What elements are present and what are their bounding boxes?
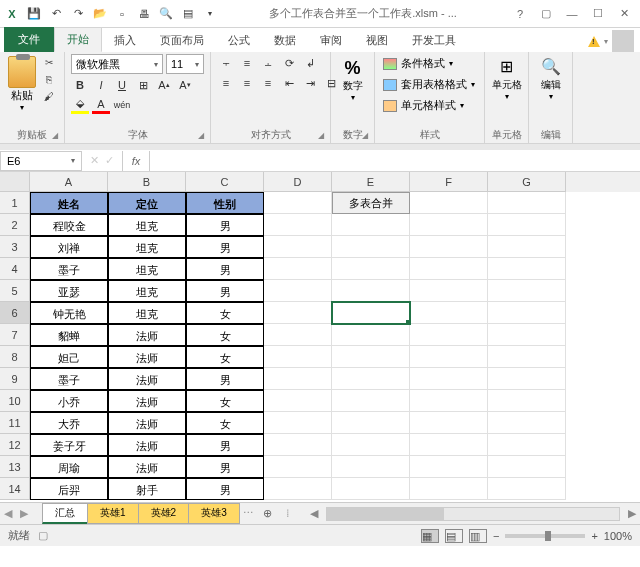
row-header-2[interactable]: 2 <box>0 214 30 236</box>
cell-C14[interactable]: 男 <box>186 478 264 500</box>
align-left-button[interactable]: ≡ <box>217 74 235 92</box>
add-sheet-button[interactable]: ⊕ <box>258 507 278 520</box>
cell-G7[interactable] <box>488 324 566 346</box>
cell-C11[interactable]: 女 <box>186 412 264 434</box>
row-header-4[interactable]: 4 <box>0 258 30 280</box>
row-header-14[interactable]: 14 <box>0 478 30 500</box>
sheet-tab-0[interactable]: 汇总 <box>42 503 88 524</box>
cell-D2[interactable] <box>264 214 332 236</box>
sheet-nav-next-icon[interactable]: ▶ <box>20 507 34 521</box>
cell-B12[interactable]: 法师 <box>108 434 186 456</box>
cell-G10[interactable] <box>488 390 566 412</box>
row-header-12[interactable]: 12 <box>0 434 30 456</box>
row-header-8[interactable]: 8 <box>0 346 30 368</box>
cell-G5[interactable] <box>488 280 566 302</box>
cell-A2[interactable]: 程咬金 <box>30 214 108 236</box>
save-icon[interactable]: 💾 <box>26 6 42 22</box>
horizontal-scrollbar[interactable] <box>326 507 620 521</box>
cell-B8[interactable]: 法师 <box>108 346 186 368</box>
align-right-button[interactable]: ≡ <box>259 74 277 92</box>
cell-A8[interactable]: 妲己 <box>30 346 108 368</box>
cell-E14[interactable] <box>332 478 410 500</box>
cell-B5[interactable]: 坦克 <box>108 280 186 302</box>
cell-B7[interactable]: 法师 <box>108 324 186 346</box>
row-header-9[interactable]: 9 <box>0 368 30 390</box>
align-bottom-button[interactable]: ⫠ <box>259 54 277 72</box>
cell-F4[interactable] <box>410 258 488 280</box>
cell-E11[interactable] <box>332 412 410 434</box>
fx-icon[interactable]: fx <box>122 151 150 171</box>
cell-D10[interactable] <box>264 390 332 412</box>
cell-F14[interactable] <box>410 478 488 500</box>
cell-A12[interactable]: 姜子牙 <box>30 434 108 456</box>
orientation-button[interactable]: ⟳ <box>280 54 298 72</box>
number-format-button[interactable]: % 数字 ▾ <box>337 54 368 106</box>
cell-B10[interactable]: 法师 <box>108 390 186 412</box>
cell-A5[interactable]: 亚瑟 <box>30 280 108 302</box>
cell-C10[interactable]: 女 <box>186 390 264 412</box>
tab-review[interactable]: 审阅 <box>308 29 354 52</box>
zoom-level[interactable]: 100% <box>604 530 632 542</box>
chevron-down-icon[interactable]: ▾ <box>505 92 509 101</box>
cell-E9[interactable] <box>332 368 410 390</box>
cell-E3[interactable] <box>332 236 410 258</box>
font-name-combo[interactable]: 微软雅黑▾ <box>71 54 163 74</box>
cell-F11[interactable] <box>410 412 488 434</box>
cell-G1[interactable] <box>488 192 566 214</box>
font-color-button[interactable]: A <box>92 96 110 114</box>
tab-insert[interactable]: 插入 <box>102 29 148 52</box>
cell-F3[interactable] <box>410 236 488 258</box>
row-header-10[interactable]: 10 <box>0 390 30 412</box>
tab-file[interactable]: 文件 <box>4 27 54 52</box>
tab-home[interactable]: 开始 <box>54 27 102 52</box>
tab-formula[interactable]: 公式 <box>216 29 262 52</box>
cell-E8[interactable] <box>332 346 410 368</box>
cells-icon[interactable]: ⊞ <box>495 54 519 78</box>
cell-C1[interactable]: 性别 <box>186 192 264 214</box>
row-header-5[interactable]: 5 <box>0 280 30 302</box>
cell-D3[interactable] <box>264 236 332 258</box>
cell-B9[interactable]: 法师 <box>108 368 186 390</box>
cell-A13[interactable]: 周瑜 <box>30 456 108 478</box>
page-layout-view-button[interactable]: ▤ <box>445 529 463 543</box>
number-launcher-icon[interactable]: ◢ <box>362 131 372 141</box>
merge-sheets-button[interactable]: 多表合并 <box>332 192 410 214</box>
cell-F1[interactable] <box>410 192 488 214</box>
align-top-button[interactable]: ⫟ <box>217 54 235 72</box>
cell-F5[interactable] <box>410 280 488 302</box>
align-middle-button[interactable]: ≡ <box>238 54 256 72</box>
cell-F9[interactable] <box>410 368 488 390</box>
cell-D6[interactable] <box>264 302 332 324</box>
cell-E2[interactable] <box>332 214 410 236</box>
minimize-icon[interactable]: ― <box>560 4 584 24</box>
sheet-overflow-icon[interactable]: … <box>239 503 258 524</box>
cell-D14[interactable] <box>264 478 332 500</box>
wrap-text-button[interactable]: ↲ <box>301 54 319 72</box>
undo-icon[interactable]: ↶ <box>48 6 64 22</box>
cell-C3[interactable]: 男 <box>186 236 264 258</box>
cell-G4[interactable] <box>488 258 566 280</box>
decrease-indent-button[interactable]: ⇤ <box>280 74 298 92</box>
cell-F10[interactable] <box>410 390 488 412</box>
cell-E5[interactable] <box>332 280 410 302</box>
selected-cell[interactable] <box>332 302 410 324</box>
cell-G9[interactable] <box>488 368 566 390</box>
qat-more-icon[interactable]: ▾ <box>202 6 218 22</box>
cell-C5[interactable]: 男 <box>186 280 264 302</box>
sheet-nav-prev-icon[interactable]: ◀ <box>4 507 18 521</box>
conditional-format-button[interactable]: 条件格式▾ <box>381 54 455 73</box>
cell-B13[interactable]: 法师 <box>108 456 186 478</box>
cell-G11[interactable] <box>488 412 566 434</box>
ribbon-options-icon[interactable]: ▢ <box>534 4 558 24</box>
cell-D1[interactable] <box>264 192 332 214</box>
cell-D4[interactable] <box>264 258 332 280</box>
cell-A9[interactable]: 墨子 <box>30 368 108 390</box>
cell-F13[interactable] <box>410 456 488 478</box>
row-header-7[interactable]: 7 <box>0 324 30 346</box>
cell-G8[interactable] <box>488 346 566 368</box>
row-header-3[interactable]: 3 <box>0 236 30 258</box>
tab-layout[interactable]: 页面布局 <box>148 29 216 52</box>
align-center-button[interactable]: ≡ <box>238 74 256 92</box>
paste-button[interactable]: 粘贴 ▾ <box>6 54 38 114</box>
normal-view-button[interactable]: ▦ <box>421 529 439 543</box>
